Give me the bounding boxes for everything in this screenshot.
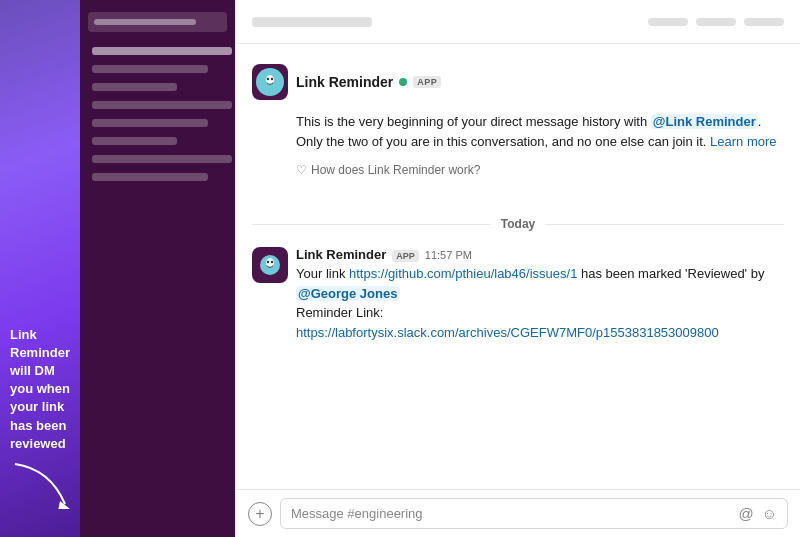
svg-point-9	[267, 261, 269, 263]
online-status-dot	[399, 78, 407, 86]
message-text: Your link https://github.com/pthieu/lab4…	[296, 264, 784, 342]
sidebar-item-5[interactable]	[92, 119, 208, 127]
sidebar-item-3[interactable]	[92, 83, 177, 91]
message-text-3: Reminder Link:	[296, 305, 383, 320]
message-mention[interactable]: @George Jones	[296, 286, 399, 301]
emoji-icon[interactable]: ☺	[762, 505, 777, 522]
reminder-link[interactable]: https://labfortysix.slack.com/archives/C…	[296, 325, 719, 340]
app-avatar-inner	[256, 68, 284, 96]
top-bar-action-1[interactable]	[648, 18, 688, 26]
svg-line-6	[274, 75, 275, 77]
input-area: + Message #engineering @ ☺	[236, 489, 800, 537]
how-link-icon: ♡	[296, 163, 307, 177]
channel-title-bar	[252, 17, 372, 27]
link-reminder-logo-icon	[259, 71, 281, 93]
top-bar	[236, 0, 800, 44]
top-bar-action-3[interactable]	[744, 18, 784, 26]
annotation-text: Link Reminder will DM you when your link…	[6, 322, 76, 457]
app-badge-label: APP	[413, 76, 441, 88]
app-name-row: Link Reminder APP	[296, 74, 441, 90]
svg-point-4	[271, 78, 273, 80]
divider-label: Today	[501, 217, 535, 231]
divider-line-right	[545, 224, 784, 225]
sidebar-item-6[interactable]	[92, 137, 177, 145]
intro-text-1: This is the very beginning of your direc…	[296, 114, 651, 129]
sidebar-item-7[interactable]	[92, 155, 232, 163]
how-link[interactable]: ♡ How does Link Reminder work?	[296, 163, 784, 177]
left-sidebar: Link Reminder will DM you when your link…	[0, 0, 80, 537]
sidebar-search-bar	[94, 19, 196, 25]
svg-line-12	[274, 258, 275, 260]
svg-point-3	[267, 78, 269, 80]
sidebar-item-8[interactable]	[92, 173, 208, 181]
svg-point-10	[271, 261, 273, 263]
today-divider: Today	[252, 217, 784, 231]
app-name-label: Link Reminder	[296, 74, 393, 90]
message-app-badge: APP	[392, 250, 419, 262]
message-input-box[interactable]: Message #engineering @ ☺	[280, 498, 788, 529]
message-content: Link Reminder APP 11:57 PM Your link htt…	[296, 247, 784, 342]
message-text-1: Your link	[296, 266, 349, 281]
intro-text: This is the very beginning of your direc…	[296, 112, 784, 151]
intro-block: Link Reminder APP This is the very begin…	[252, 64, 784, 177]
message-avatar	[252, 247, 288, 283]
app-avatar	[252, 64, 288, 100]
message-block: Link Reminder APP 11:57 PM Your link htt…	[252, 247, 784, 342]
github-link[interactable]: https://github.com/pthieu/lab46/issues/1	[349, 266, 577, 281]
annotation-arrow-icon	[10, 459, 70, 509]
input-placeholder: Message #engineering	[291, 506, 423, 521]
message-text-2: has been marked 'Reviewed' by	[577, 266, 764, 281]
message-time: 11:57 PM	[425, 249, 472, 261]
message-header: Link Reminder APP 11:57 PM	[296, 247, 784, 262]
input-icons: @ ☺	[738, 505, 777, 522]
mention-link[interactable]: @Link Reminder	[651, 114, 758, 129]
main-chat-area: Link Reminder APP This is the very begin…	[235, 0, 800, 537]
plus-button[interactable]: +	[248, 502, 272, 526]
svg-line-11	[265, 258, 266, 260]
app-header: Link Reminder APP	[252, 64, 784, 100]
sidebar-item-2[interactable]	[92, 65, 208, 73]
learn-more-link[interactable]: Learn more	[710, 134, 776, 149]
message-sender: Link Reminder	[296, 247, 386, 262]
top-bar-action-2[interactable]	[696, 18, 736, 26]
how-link-text: How does Link Reminder work?	[311, 163, 480, 177]
messages-area: Link Reminder APP This is the very begin…	[236, 44, 800, 489]
channel-sidebar	[80, 0, 235, 537]
message-avatar-icon	[259, 254, 281, 276]
at-icon[interactable]: @	[738, 505, 753, 522]
sidebar-item-4[interactable]	[92, 101, 232, 109]
svg-line-5	[265, 75, 266, 77]
sidebar-item-1[interactable]	[92, 47, 232, 55]
top-bar-actions	[648, 18, 784, 26]
divider-line-left	[252, 224, 491, 225]
sidebar-search[interactable]	[88, 12, 227, 32]
